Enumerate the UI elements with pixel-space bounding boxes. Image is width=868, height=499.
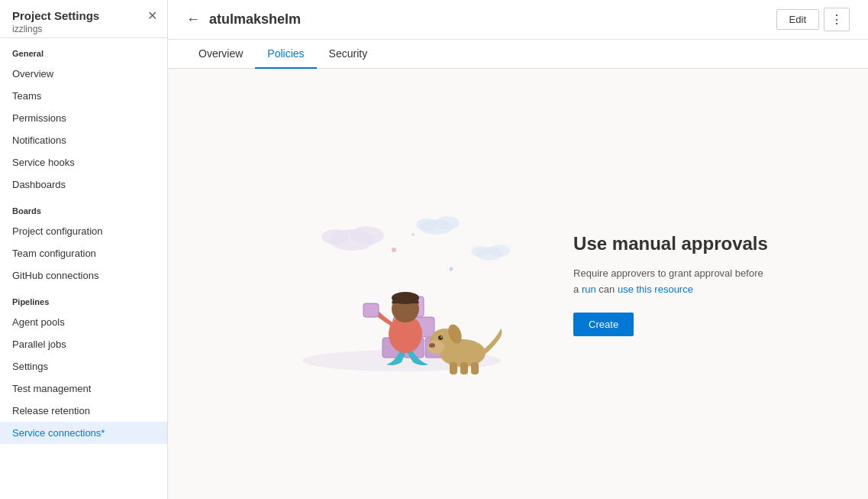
edit-button[interactable]: Edit <box>776 9 819 30</box>
tab-security[interactable]: Security <box>317 40 380 69</box>
tabs: Overview Policies Security <box>168 40 868 69</box>
pipelines-section-label: Pipelines <box>0 287 167 311</box>
body-middle: can <box>596 284 618 295</box>
run-link[interactable]: run <box>582 284 596 295</box>
svg-point-5 <box>416 219 437 231</box>
back-button[interactable]: ← <box>186 11 200 28</box>
sidebar-header: Project Settings izzlings ✕ <box>0 0 167 38</box>
use-resource-link[interactable]: use this resource <box>618 284 693 295</box>
body-line1: Require approvers to grant approval befo… <box>573 267 763 279</box>
sidebar-item-teams[interactable]: Teams <box>0 85 167 107</box>
sidebar-item-project-configuration[interactable]: Project configuration <box>0 220 167 242</box>
svg-rect-20 <box>363 303 379 317</box>
sidebar-item-service-connections[interactable]: Service connections* <box>0 422 167 444</box>
sidebar-item-team-configuration[interactable]: Team configuration <box>0 242 167 264</box>
body-prefix: a <box>573 284 582 295</box>
sidebar-item-release-retention[interactable]: Release retention <box>0 400 167 422</box>
svg-point-8 <box>471 246 489 257</box>
content-area: Use manual approvals Require approvers t… <box>168 69 868 499</box>
more-options-button[interactable]: ⋮ <box>824 8 850 31</box>
cta-text-area: Use manual approvals Require approvers t… <box>573 232 768 337</box>
sidebar-item-overview[interactable]: Overview <box>0 63 167 85</box>
svg-point-9 <box>392 248 396 252</box>
svg-point-29 <box>440 336 442 338</box>
boards-section-label: Boards <box>0 196 167 220</box>
svg-point-10 <box>450 267 453 271</box>
sidebar-item-parallel-jobs[interactable]: Parallel jobs <box>0 333 167 355</box>
sidebar-subtitle: izzlings <box>12 24 155 34</box>
svg-point-27 <box>429 343 435 348</box>
svg-point-4 <box>435 216 460 230</box>
svg-rect-31 <box>450 362 457 374</box>
sidebar-item-test-management[interactable]: Test management <box>0 377 167 400</box>
illustration <box>268 185 528 384</box>
sidebar-item-agent-pools[interactable]: Agent pools <box>0 311 167 333</box>
topbar-actions: Edit ⋮ <box>776 8 850 31</box>
sidebar-item-dashboards[interactable]: Dashboards <box>0 173 167 196</box>
general-section-label: General <box>0 38 167 63</box>
tab-overview[interactable]: Overview <box>186 40 255 69</box>
sidebar: Project Settings izzlings ✕ General Over… <box>0 0 168 499</box>
sidebar-item-permissions[interactable]: Permissions <box>0 107 167 129</box>
cta-heading: Use manual approvals <box>573 232 768 255</box>
main-content: ← atulmakshelm Edit ⋮ Overview Policies … <box>168 0 868 499</box>
sidebar-item-notifications[interactable]: Notifications <box>0 129 167 151</box>
svg-point-2 <box>321 229 349 245</box>
svg-point-11 <box>411 233 415 236</box>
close-icon[interactable]: ✕ <box>144 8 160 23</box>
svg-rect-32 <box>460 362 468 374</box>
svg-point-28 <box>438 335 443 340</box>
sidebar-item-settings[interactable]: Settings <box>0 355 167 377</box>
sidebar-title: Project Settings <box>12 9 155 22</box>
svg-rect-33 <box>471 362 479 374</box>
create-button[interactable]: Create <box>573 313 634 336</box>
svg-point-7 <box>489 245 510 257</box>
svg-point-1 <box>350 226 384 245</box>
sidebar-item-service-hooks[interactable]: Service hooks <box>0 151 167 173</box>
sidebar-item-github-connections[interactable]: GitHub connections <box>0 264 167 287</box>
tab-policies[interactable]: Policies <box>255 40 316 69</box>
page-title: atulmakshelm <box>209 11 767 28</box>
cta-body: Require approvers to grant approval befo… <box>573 266 768 298</box>
topbar: ← atulmakshelm Edit ⋮ <box>168 0 868 40</box>
